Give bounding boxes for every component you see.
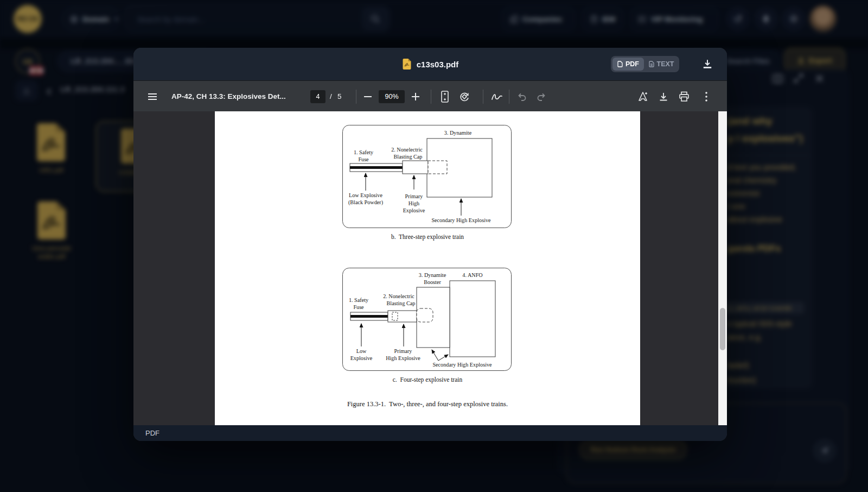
primary-high-explosive-label: Primary [394,348,413,354]
toggle-text-button[interactable]: TEXT [645,58,678,71]
anfo-label: 4. ANFO [462,272,482,278]
diagram-b-caption: b. Three-step explosive train [215,234,640,240]
toolbar-download-button[interactable] [654,81,673,112]
pdf-doc-icon [617,61,623,67]
download-icon [702,59,713,70]
low-explosive-label: (Black Powder) [348,199,383,206]
primary-high-explosive-label: Primary [405,193,424,199]
redo-icon [537,92,546,101]
dynamite-booster-label: 3. Dynamite [419,272,446,278]
draw-squiggle-icon [490,92,503,102]
divider [509,90,509,104]
plus-icon [412,93,419,100]
toggle-pdf-label: PDF [626,60,639,68]
low-explosive-label: Low Explosive [349,192,382,198]
pdf-doc-title: AP-42, CH 13.3: Explosives Det... [171,81,286,112]
zoom-out-button[interactable] [360,81,375,112]
primary-high-explosive-label: High [409,200,419,206]
annotate-button[interactable] [487,81,507,112]
page-total: 5 [337,81,342,112]
safety-fuse-label: Fuse [353,304,364,310]
primary-high-explosive-label: Explosive [403,207,425,213]
primary-high-explosive-label: High Explosive [386,355,420,361]
ocr-a11y-icon [637,91,649,103]
blasting-cap-label: Blasting Cap [394,154,423,160]
blasting-cap-label: Blasting Cap [387,300,416,306]
secondary-high-explosive-label: Secondary High Explosive [432,362,492,368]
zoom-level[interactable]: 90% [379,90,405,103]
divider [483,90,483,104]
minus-icon [364,96,372,97]
pdf-file-icon [402,58,412,70]
zoom-in-button[interactable] [408,81,423,112]
rotate-ccw-icon [459,91,470,102]
fit-page-button[interactable] [436,81,454,112]
low-explosive-label: Low [356,348,367,354]
four-step-train-diagram: 3. Dynamite Booster 4. ANFO 1. Safety Fu… [342,267,512,371]
pdf-preview-modal: c13s03.pdf PDF TEXT AP-42, CH 13.3: Expl… [133,48,727,441]
page-divider: / [330,81,332,112]
three-step-train-diagram: 3. Dynamite 1. Safety Fuse 2. Nonelectri… [342,124,512,229]
screen: RO CK Domain ▼ Compan [0,0,868,492]
pdf-viewer-area[interactable]: 3. Dynamite 1. Safety Fuse 2. Nonelectri… [133,111,727,425]
dynamite-label: 3. Dynamite [444,130,472,136]
pdf-toolbar: AP-42, CH 13.3: Explosives Det... 4 / 5 … [133,80,727,111]
download-icon [659,92,668,102]
text-doc-icon [649,61,654,67]
pdf-scrollbar[interactable] [718,111,727,425]
kebab-menu-icon [705,92,707,102]
undo-button[interactable] [513,81,531,112]
modal-footer: PDF [133,425,727,441]
dynamite-booster-label: Booster [424,279,441,285]
print-icon [679,91,690,102]
safety-fuse-label: 1. Safety [354,149,374,155]
modal-download-button[interactable] [698,48,717,80]
pdf-page: 3. Dynamite 1. Safety Fuse 2. Nonelectri… [215,111,640,425]
scrollbar-thumb[interactable] [720,308,725,350]
secondary-high-explosive-label: Secondary High Explosive [431,217,491,223]
low-explosive-label: Explosive [350,355,373,361]
safety-fuse-label: Fuse [358,156,369,162]
footer-label: PDF [145,429,159,437]
ocr-button[interactable] [634,81,652,112]
toggle-text-label: TEXT [657,60,674,68]
toolbar-menu-button[interactable] [145,81,159,112]
undo-icon [517,92,527,101]
blasting-cap-label: 2. Nonelectric [391,147,423,153]
rotate-button[interactable] [456,81,473,112]
page-number-input[interactable]: 4 [310,90,326,103]
diagram-c-caption: c. Four-step explosive train [215,376,640,383]
fit-page-icon [441,91,449,103]
divider [431,90,431,104]
hamburger-icon [148,93,157,100]
divider [356,90,356,104]
view-mode-toggle: PDF TEXT [611,56,679,72]
more-options-button[interactable] [700,81,713,112]
blasting-cap-label: 2. Nonelectric [383,293,414,299]
print-button[interactable] [675,81,693,112]
figure-caption: Figure 13.3-1. Two-, three-, and four-st… [215,400,640,408]
modal-filename: c13s03.pdf [417,60,459,69]
safety-fuse-label: 1. Safety [349,297,369,303]
redo-button[interactable] [533,81,550,112]
toggle-pdf-button[interactable]: PDF [612,58,644,71]
